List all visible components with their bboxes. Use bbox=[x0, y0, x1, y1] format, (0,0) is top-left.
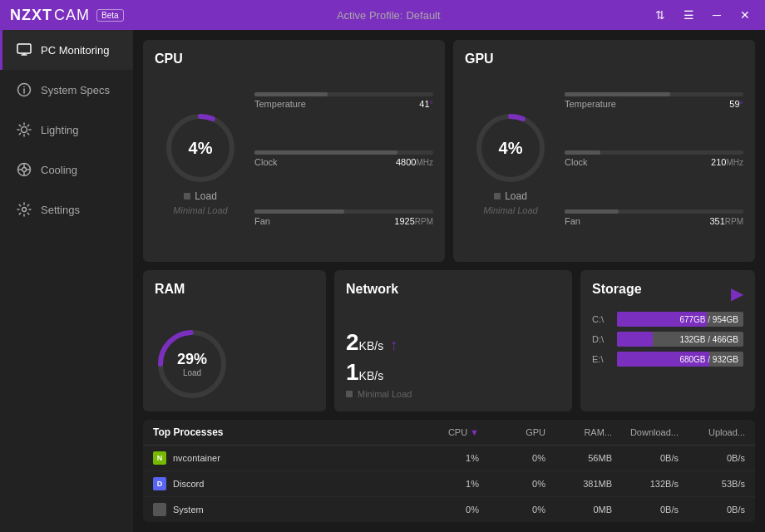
cpu-clock-row: Clock 4800MHz bbox=[254, 150, 433, 167]
gpu-card: GPU 4% Load bbox=[453, 40, 755, 262]
processes-section: Top Processes CPU ▼ GPU RAM... Download.… bbox=[143, 420, 755, 522]
col-ram: RAM... bbox=[545, 426, 612, 438]
sidebar-label-lighting: Lighting bbox=[41, 124, 79, 136]
col-download: Download... bbox=[612, 426, 679, 438]
network-minimal-load: Minimal Load bbox=[346, 389, 560, 399]
svg-point-6 bbox=[22, 127, 27, 133]
network-inner: 2KB/s ↑ 1KB/s Minimal Load bbox=[346, 305, 560, 423]
ram-gauge: 29% Load bbox=[155, 327, 230, 401]
proc-gpu-2: 0% bbox=[479, 505, 545, 515]
window-controls: ⇅ ☰ ─ ✕ bbox=[650, 5, 755, 25]
storage-card: Storage ▶ C:\ 677GB / 954GB D:\ bbox=[580, 270, 755, 411]
proc-ram-1: 381MB bbox=[545, 479, 612, 489]
storage-drive-d: D:\ 132GB / 466GB bbox=[592, 332, 743, 347]
sun-icon bbox=[16, 121, 32, 138]
storage-drive-c: C:\ 677GB / 954GB bbox=[592, 312, 743, 327]
col-gpu: GPU bbox=[479, 426, 545, 438]
proc-dl-1: 132B/s bbox=[612, 479, 679, 489]
network-title: Network bbox=[346, 282, 560, 297]
table-row: N nvcontainer 1% 0% 56MB 0B/s 0B/s bbox=[143, 446, 755, 471]
cpu-card: CPU 4% Load bbox=[143, 40, 445, 262]
storage-expand-button[interactable]: ▶ bbox=[731, 283, 743, 303]
proc-ram-0: 56MB bbox=[545, 453, 612, 463]
ram-card: RAM 29% Load bbox=[143, 270, 326, 411]
storage-drive-e: E:\ 680GB / 932GB bbox=[592, 352, 743, 367]
download-speed: 2KB/s bbox=[346, 329, 383, 356]
beta-badge: Beta bbox=[96, 9, 124, 22]
col-cpu: CPU ▼ bbox=[412, 426, 479, 438]
svg-point-21 bbox=[22, 208, 27, 212]
proc-ul-2: 0B/s bbox=[679, 505, 745, 515]
sidebar-label-cooling: Cooling bbox=[41, 164, 77, 176]
monitor-icon bbox=[16, 42, 32, 58]
gpu-percent: 4% bbox=[499, 138, 523, 157]
cpu-minimal-load: Minimal Load bbox=[173, 205, 227, 215]
col-upload: Upload... bbox=[679, 426, 745, 438]
cpu-gauge-container: 4% Load Minimal Load bbox=[155, 75, 246, 250]
proc-ul-1: 53B/s bbox=[679, 479, 745, 489]
svg-line-12 bbox=[27, 133, 28, 134]
sidebar-item-lighting[interactable]: Lighting bbox=[0, 110, 133, 150]
cpu-fan-row: Fan 1925RPM bbox=[254, 209, 433, 226]
proc-ul-0: 0B/s bbox=[679, 453, 745, 463]
gpu-gauge: 4% bbox=[473, 111, 548, 185]
gpu-minimal-load: Minimal Load bbox=[483, 205, 537, 215]
sidebar-item-settings[interactable]: Settings bbox=[0, 190, 133, 229]
drive-e-value: 680GB / 932GB bbox=[679, 355, 738, 364]
storage-header: Storage ▶ bbox=[592, 282, 743, 305]
gpu-temperature-row: Temperature 59° bbox=[565, 92, 743, 109]
svg-line-11 bbox=[19, 125, 20, 126]
proc-gpu-1: 0% bbox=[479, 479, 545, 489]
cpu-title: CPU bbox=[155, 52, 433, 66]
sidebar-item-system-specs[interactable]: System Specs bbox=[0, 70, 133, 110]
gpu-load-dot bbox=[494, 193, 501, 200]
sidebar-label-settings: Settings bbox=[41, 204, 80, 216]
sidebar-label-pc-monitoring: PC Monitoring bbox=[41, 44, 109, 57]
table-row: D Discord 1% 0% 381MB 132B/s 53B/s bbox=[143, 471, 755, 497]
network-card: Network 2KB/s ↑ 1KB/s bbox=[334, 270, 572, 411]
top-row: CPU 4% Load bbox=[143, 40, 755, 262]
menu-button[interactable]: ☰ bbox=[679, 5, 698, 25]
info-icon bbox=[16, 81, 32, 98]
drive-c-value: 677GB / 954GB bbox=[679, 315, 738, 324]
sidebar-item-cooling[interactable]: Cooling bbox=[0, 150, 133, 190]
cpu-temperature-row: Temperature 41° bbox=[254, 92, 433, 109]
ram-inner: 29% Load bbox=[155, 305, 314, 423]
gpu-title: GPU bbox=[465, 52, 743, 66]
sort-arrow-icon: ▼ bbox=[470, 427, 479, 437]
table-row: System 0% 0% 0MB 0B/s 0B/s bbox=[143, 497, 755, 522]
middle-row: RAM 29% Load Network bbox=[143, 270, 755, 411]
ram-gauge-text: 29% Load bbox=[177, 351, 207, 377]
proc-cpu-1: 1% bbox=[412, 479, 479, 489]
proc-dl-2: 0B/s bbox=[612, 505, 679, 515]
svg-rect-0 bbox=[17, 44, 31, 53]
drive-d-bar: 132GB / 466GB bbox=[617, 332, 743, 347]
processes-header: Top Processes CPU ▼ GPU RAM... Download.… bbox=[143, 420, 755, 446]
upload-arrow-icon: ↑ bbox=[390, 337, 397, 354]
ram-title: RAM bbox=[155, 282, 314, 297]
gpu-stats: Temperature 59° Clock 210MHz bbox=[565, 75, 743, 250]
cpu-percent: 4% bbox=[189, 138, 213, 157]
drive-e-label: E:\ bbox=[592, 354, 612, 364]
sidebar: PC Monitoring System Specs bbox=[0, 30, 133, 532]
proc-name-discord: D Discord bbox=[153, 477, 412, 490]
cooling-icon bbox=[16, 161, 32, 178]
gpu-load-label: Load bbox=[494, 190, 527, 202]
proc-name-nvcontainer: N nvcontainer bbox=[153, 451, 412, 465]
profile-switch-button[interactable]: ⇅ bbox=[650, 5, 670, 25]
drive-d-value: 132GB / 466GB bbox=[679, 335, 738, 344]
svg-line-14 bbox=[19, 133, 20, 134]
gpu-fan-row: Fan 351RPM bbox=[565, 209, 743, 226]
app-logo: NZXTCAM bbox=[10, 7, 90, 24]
minimize-button[interactable]: ─ bbox=[707, 5, 727, 25]
proc-gpu-0: 0% bbox=[479, 453, 545, 463]
proc-name-system: System bbox=[153, 503, 412, 516]
close-button[interactable]: ✕ bbox=[735, 5, 755, 25]
sidebar-item-pc-monitoring[interactable]: PC Monitoring bbox=[0, 30, 133, 70]
app-body: PC Monitoring System Specs bbox=[0, 30, 765, 532]
active-profile: Active Profile:Default bbox=[124, 9, 650, 22]
cpu-load-label: Load bbox=[184, 190, 217, 202]
main-content: CPU 4% Load bbox=[133, 30, 765, 532]
gear-icon bbox=[16, 201, 32, 218]
proc-dl-0: 0B/s bbox=[612, 453, 679, 463]
